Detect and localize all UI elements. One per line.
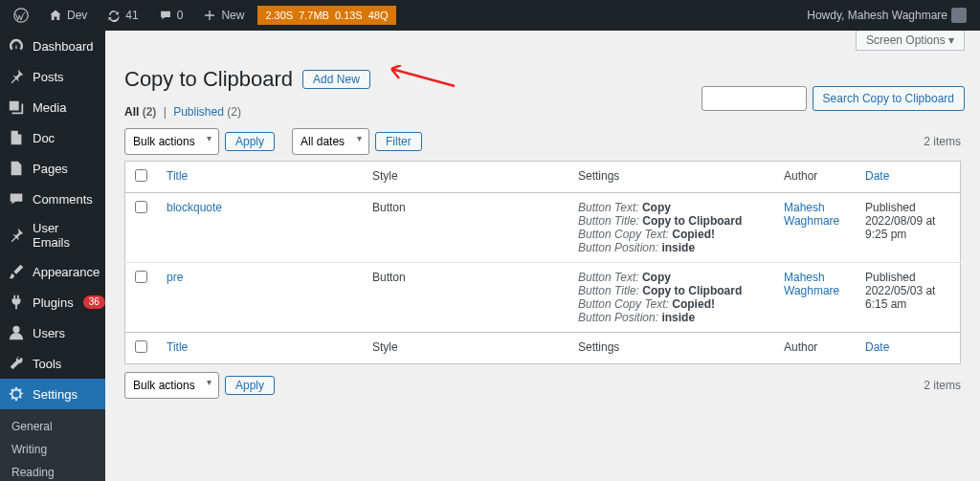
comments-link[interactable]: 0 bbox=[152, 0, 189, 31]
sidebar-item-label: Comments bbox=[33, 192, 93, 207]
filter-all[interactable]: All (2) bbox=[124, 105, 156, 119]
col-date-foot[interactable]: Date bbox=[865, 340, 889, 354]
row-checkbox[interactable] bbox=[135, 271, 147, 283]
setting-line: Button Copy Text: Copied! bbox=[578, 228, 765, 241]
row-author-link[interactable]: Mahesh Waghmare bbox=[784, 271, 839, 297]
sidebar-item-plugins[interactable]: Plugins36 bbox=[0, 287, 105, 317]
new-label: New bbox=[221, 9, 244, 22]
updates-count: 41 bbox=[125, 9, 138, 22]
update-icon bbox=[106, 8, 122, 23]
media-icon bbox=[8, 98, 25, 116]
setting-line: Button Text: Copy bbox=[578, 201, 765, 214]
wp-logo[interactable] bbox=[8, 0, 34, 31]
plug-icon bbox=[8, 294, 25, 311]
site-name: Dev bbox=[67, 9, 87, 22]
sidebar-item-label: Users bbox=[33, 326, 65, 340]
sidebar-item-tools[interactable]: Tools bbox=[0, 348, 105, 379]
col-style: Style bbox=[372, 169, 398, 183]
badge: 36 bbox=[83, 295, 105, 309]
col-style-foot: Style bbox=[372, 340, 398, 354]
submenu-item[interactable]: General bbox=[0, 415, 105, 438]
sidebar-item-user-emails[interactable]: User Emails bbox=[0, 214, 105, 256]
sidebar-item-label: Dashboard bbox=[33, 39, 94, 54]
search-button[interactable]: Search Copy to Clipboard bbox=[813, 86, 965, 111]
sidebar-item-dashboard[interactable]: Dashboard bbox=[0, 31, 105, 61]
metric-queries: 48Q bbox=[368, 10, 389, 21]
bulk-actions-select-bottom[interactable]: Bulk actions bbox=[124, 372, 219, 399]
col-author-foot: Author bbox=[784, 340, 817, 354]
bulk-actions-select[interactable]: Bulk actions bbox=[124, 128, 219, 155]
gear-icon bbox=[8, 385, 25, 403]
setting-line: Button Position: inside bbox=[578, 241, 765, 254]
col-date[interactable]: Date bbox=[865, 169, 889, 183]
sidebar-item-label: User Emails bbox=[33, 221, 98, 250]
col-settings: Settings bbox=[578, 169, 619, 183]
col-author: Author bbox=[784, 169, 817, 183]
svg-point-1 bbox=[12, 326, 19, 333]
row-style: Button bbox=[372, 271, 406, 284]
home-icon bbox=[48, 8, 63, 23]
annotation-arrow-icon bbox=[380, 65, 457, 94]
howdy-text: Howdy, Mahesh Waghmare bbox=[807, 9, 947, 22]
search-input[interactable] bbox=[702, 86, 807, 111]
row-title-link[interactable]: pre bbox=[167, 271, 183, 284]
brush-icon bbox=[8, 263, 25, 280]
add-new-button[interactable]: Add New bbox=[302, 70, 370, 89]
setting-line: Button Position: inside bbox=[578, 311, 765, 324]
dashboard-icon bbox=[8, 37, 25, 55]
sidebar-item-label: Appearance bbox=[33, 265, 100, 279]
sidebar-item-settings[interactable]: Settings bbox=[0, 379, 105, 409]
sidebar-item-media[interactable]: Media bbox=[0, 92, 105, 122]
date-filter-select[interactable]: All dates bbox=[292, 128, 369, 155]
row-checkbox[interactable] bbox=[135, 201, 147, 213]
row-style: Button bbox=[372, 201, 406, 214]
doc-icon bbox=[8, 129, 25, 146]
comment-icon bbox=[158, 8, 173, 23]
avatar-icon bbox=[951, 8, 967, 23]
pin-icon bbox=[8, 227, 25, 244]
items-count-top: 2 items bbox=[924, 135, 961, 148]
new-link[interactable]: New bbox=[196, 0, 250, 31]
sidebar-item-doc[interactable]: Doc bbox=[0, 122, 105, 153]
sidebar-item-users[interactable]: Users bbox=[0, 317, 105, 348]
sidebar-item-label: Doc bbox=[33, 131, 55, 145]
wrench-icon bbox=[8, 355, 25, 372]
metric-time2: 0.13S bbox=[335, 10, 363, 21]
screen-options-toggle[interactable]: Screen Options ▾ bbox=[856, 31, 965, 51]
sidebar-item-pages[interactable]: Pages bbox=[0, 153, 105, 184]
row-author-link[interactable]: Mahesh Waghmare bbox=[784, 201, 839, 228]
row-date-status: Published bbox=[865, 201, 916, 214]
site-link[interactable]: Dev bbox=[42, 0, 93, 31]
sidebar-item-posts[interactable]: Posts bbox=[0, 61, 105, 92]
comments-count: 0 bbox=[177, 9, 184, 22]
debug-metrics[interactable]: 2.30S 7.7MB 0.13S 48Q bbox=[257, 6, 395, 25]
filter-button[interactable]: Filter bbox=[375, 132, 422, 151]
filter-published[interactable]: Published (2) bbox=[173, 105, 241, 119]
select-all-checkbox[interactable] bbox=[135, 169, 147, 182]
submenu-item[interactable]: Reading bbox=[0, 461, 105, 481]
apply-bulk-button[interactable]: Apply bbox=[225, 132, 275, 151]
sidebar-item-comments[interactable]: Comments bbox=[0, 184, 105, 214]
comment-icon bbox=[8, 190, 25, 208]
main-content: Screen Options ▾ Search Copy to Clipboar… bbox=[105, 31, 980, 481]
sidebar-item-appearance[interactable]: Appearance bbox=[0, 256, 105, 287]
settings-submenu: GeneralWritingReadingDiscussionMediaPerm… bbox=[0, 409, 105, 481]
page-title: Copy to Clipboard bbox=[124, 67, 293, 92]
row-title-link[interactable]: blockquote bbox=[167, 201, 222, 214]
setting-line: Button Title: Copy to Clipboard bbox=[578, 214, 765, 228]
col-title[interactable]: Title bbox=[167, 169, 188, 183]
page-icon bbox=[8, 160, 25, 177]
select-all-checkbox-foot[interactable] bbox=[135, 340, 147, 353]
sidebar-item-label: Plugins bbox=[33, 295, 74, 310]
col-title-foot[interactable]: Title bbox=[167, 340, 188, 354]
updates-link[interactable]: 41 bbox=[100, 0, 144, 31]
submenu-item[interactable]: Writing bbox=[0, 438, 105, 461]
account-link[interactable]: Howdy, Mahesh Waghmare bbox=[801, 0, 972, 31]
sidebar-item-label: Tools bbox=[33, 357, 61, 371]
setting-line: Button Text: Copy bbox=[578, 271, 765, 284]
items-count-bottom: 2 items bbox=[924, 379, 961, 392]
sidebar-item-label: Settings bbox=[33, 387, 78, 402]
col-settings-foot: Settings bbox=[578, 340, 619, 354]
apply-bulk-button-bottom[interactable]: Apply bbox=[225, 376, 275, 395]
row-date-status: Published bbox=[865, 271, 916, 284]
